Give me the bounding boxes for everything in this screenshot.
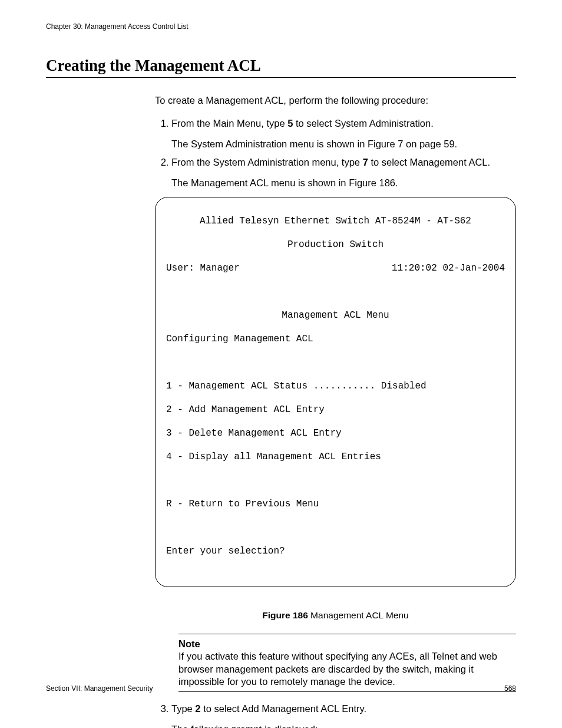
body-column: To create a Management ACL, perform the … bbox=[155, 94, 516, 728]
step-1-key: 5 bbox=[287, 118, 293, 129]
running-footer: Section VII: Management Security 568 bbox=[46, 684, 516, 693]
step-1: From the Main Menu, type 5 to select Sys… bbox=[171, 117, 516, 150]
page: Chapter 30: Management Access Control Li… bbox=[0, 0, 562, 728]
figure-label: Figure 186 bbox=[262, 610, 308, 620]
terminal-banner-2: Production Switch bbox=[166, 239, 505, 251]
section-title: Creating the Management ACL bbox=[46, 57, 516, 78]
terminal-option-2: 2 - Add Management ACL Entry bbox=[166, 404, 505, 416]
terminal-subtitle: Configuring Management ACL bbox=[166, 333, 505, 345]
terminal-option-3: 3 - Delete Management ACL Entry bbox=[166, 427, 505, 439]
step-2-text: From the System Administration menu, typ… bbox=[171, 157, 490, 167]
step-3-result: The following prompt is displayed: bbox=[171, 723, 516, 728]
note-title: Note bbox=[178, 638, 516, 650]
step-1-result: The System Administration menu is shown … bbox=[171, 138, 516, 150]
step-2-key: 7 bbox=[363, 157, 368, 167]
terminal-option-1: 1 - Management ACL Status ........... Di… bbox=[166, 380, 505, 392]
step-3: Type 2 to select Add Management ACL Entr… bbox=[171, 703, 516, 728]
step-1-text: From the Main Menu, type 5 to select Sys… bbox=[171, 118, 434, 129]
footer-section: Section VII: Management Security bbox=[46, 684, 153, 693]
procedure-list: From the Main Menu, type 5 to select Sys… bbox=[155, 117, 516, 189]
step-3-post: to select Add Management ACL Entry. bbox=[201, 703, 367, 714]
terminal-timestamp: 11:20:02 02-Jan-2004 bbox=[392, 262, 505, 274]
figure-text: Management ACL Menu bbox=[308, 610, 409, 620]
terminal-screenshot: Allied Telesyn Ethernet Switch AT-8524M … bbox=[155, 197, 516, 587]
terminal-user: User: Manager bbox=[166, 262, 240, 274]
terminal-box: Allied Telesyn Ethernet Switch AT-8524M … bbox=[155, 197, 516, 587]
terminal-option-r: R - Return to Previous Menu bbox=[166, 498, 505, 510]
step-1-pre: From the Main Menu, type bbox=[171, 118, 287, 129]
terminal-option-4: 4 - Display all Management ACL Entries bbox=[166, 451, 505, 463]
note-body: If you activate this feature without spe… bbox=[178, 650, 516, 687]
terminal-banner-1: Allied Telesyn Ethernet Switch AT-8524M … bbox=[166, 215, 505, 227]
terminal-prompt: Enter your selection? bbox=[166, 545, 505, 557]
running-header: Chapter 30: Management Access Control Li… bbox=[46, 22, 516, 31]
step-2-post: to select Management ACL. bbox=[368, 157, 490, 167]
step-2-pre: From the System Administration menu, typ… bbox=[171, 157, 363, 167]
step-3-key: 2 bbox=[195, 703, 200, 714]
procedure-list-cont: Type 2 to select Add Management ACL Entr… bbox=[155, 703, 516, 728]
step-1-post: to select System Administration. bbox=[293, 118, 433, 129]
intro-paragraph: To create a Management ACL, perform the … bbox=[155, 94, 516, 107]
figure-caption: Figure 186 Management ACL Menu bbox=[155, 610, 516, 621]
terminal-blank bbox=[166, 286, 505, 298]
terminal-blank bbox=[166, 357, 505, 368]
terminal-user-row: User: Manager11:20:02 02-Jan-2004 bbox=[166, 262, 505, 274]
step-2: From the System Administration menu, typ… bbox=[171, 156, 516, 189]
footer-page-number: 568 bbox=[504, 684, 516, 693]
terminal-blank bbox=[166, 475, 505, 486]
step-2-result: The Management ACL menu is shown in Figu… bbox=[171, 177, 516, 189]
step-3-pre: Type bbox=[171, 703, 195, 714]
terminal-blank bbox=[166, 522, 505, 533]
terminal-menu-title: Management ACL Menu bbox=[166, 309, 505, 321]
step-3-text: Type 2 to select Add Management ACL Entr… bbox=[171, 703, 366, 714]
note-box: Note If you activate this feature withou… bbox=[178, 634, 516, 691]
